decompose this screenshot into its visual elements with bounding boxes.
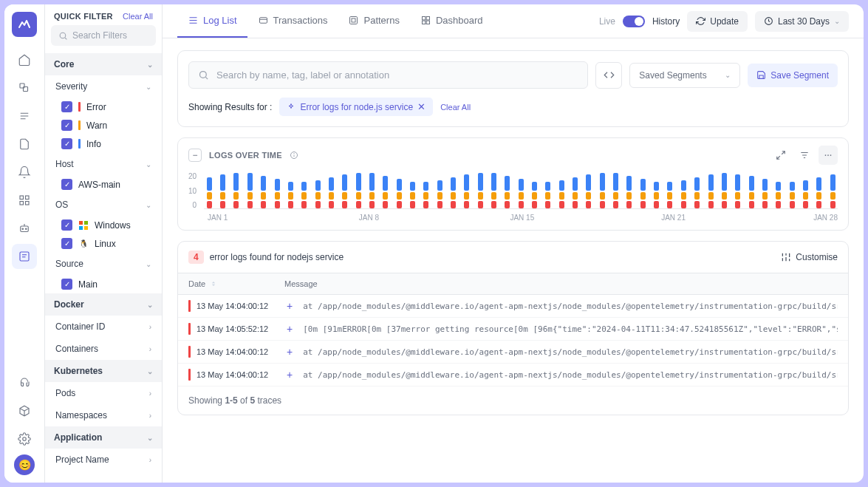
filter-error[interactable]: ✓Error (45, 98, 162, 116)
filter-icon (799, 150, 810, 160)
section-app[interactable]: Application⌄ (45, 426, 162, 449)
svg-point-46 (827, 154, 829, 156)
nav-support-icon[interactable] (12, 370, 37, 395)
docker-cid[interactable]: Container ID› (45, 316, 162, 338)
sort-icon[interactable] (210, 280, 217, 287)
list-icon (188, 15, 199, 26)
filter-search[interactable]: Search Filters (51, 25, 156, 46)
expand-button[interactable] (771, 146, 790, 165)
saved-segments-select[interactable]: Saved Segments⌄ (629, 63, 740, 88)
chevron-right-icon: › (149, 456, 151, 464)
sub-os[interactable]: OS⌄ (45, 194, 162, 216)
svg-rect-21 (79, 226, 83, 230)
severity-bar (188, 300, 191, 312)
tab-dashboard[interactable]: Dashboard (410, 4, 493, 38)
nav-bell-icon[interactable] (12, 160, 37, 185)
live-toggle[interactable] (623, 16, 645, 27)
svg-rect-6 (26, 196, 30, 200)
svg-point-10 (22, 228, 24, 230)
patterns-icon (348, 15, 359, 26)
filter-windows[interactable]: ✓Windows (45, 216, 162, 234)
nav-list-icon[interactable] (12, 103, 37, 129)
search-icon (58, 31, 68, 41)
col-date[interactable]: Date (188, 279, 205, 288)
clear-all-link[interactable]: Clear All (123, 12, 153, 21)
filter-info[interactable]: ✓Info (45, 134, 162, 153)
customize-button[interactable]: Customise (781, 252, 838, 262)
tab-patterns[interactable]: Patterns (338, 4, 409, 38)
nav-package-icon[interactable] (12, 398, 37, 423)
sub-host[interactable]: Host⌄ (45, 153, 162, 175)
nav-settings-icon[interactable] (12, 426, 37, 452)
log-row[interactable]: 13 May 14:04:00:12+at /app/node_modules/… (178, 295, 848, 318)
nav-logs-icon[interactable] (12, 244, 37, 269)
checkbox-icon: ✓ (61, 219, 72, 231)
more-button[interactable] (819, 146, 838, 165)
svg-rect-31 (426, 17, 429, 20)
section-core[interactable]: Core⌄ (45, 53, 162, 75)
expand-row[interactable]: + (287, 369, 293, 381)
severity-indicator (78, 102, 81, 112)
nav-home-icon[interactable] (12, 47, 37, 72)
filter-linux[interactable]: ✓🐧Linux (45, 234, 162, 253)
col-message[interactable]: Message (284, 279, 838, 288)
nav-layers-icon[interactable] (12, 75, 37, 101)
logo (12, 12, 37, 37)
checkbox-icon: ✓ (61, 101, 72, 112)
expand-row[interactable]: + (287, 346, 293, 358)
severity-bar (188, 323, 191, 335)
dashboard-icon (420, 15, 431, 26)
tab-loglist[interactable]: Log List (177, 4, 247, 38)
severity-indicator (78, 139, 81, 149)
main-search[interactable]: Search by name, tag, label or annotation (188, 61, 588, 89)
svg-rect-33 (426, 21, 429, 24)
collapse-button[interactable]: − (188, 149, 202, 162)
chevron-down-icon: ⌄ (834, 17, 840, 25)
tab-transactions[interactable]: Transactions (247, 4, 338, 38)
app-project[interactable]: Project Name› (45, 449, 162, 471)
svg-rect-7 (20, 202, 24, 205)
filter-aws[interactable]: ✓AWS-main (45, 175, 162, 194)
log-summary: error logs found for nodejs service (210, 252, 344, 262)
section-k8s[interactable]: Kubernetes⌄ (45, 360, 162, 382)
update-button[interactable]: Update (687, 11, 748, 32)
filter-panel: QUICK FILTER Clear All Search Filters Co… (45, 4, 163, 483)
sub-source[interactable]: Source⌄ (45, 253, 162, 275)
log-row[interactable]: 13 May 14:05:52:12+[0m [91mERROR[0m [37m… (178, 318, 848, 341)
close-icon[interactable]: ✕ (417, 101, 426, 112)
nav-grid-icon[interactable] (12, 188, 37, 213)
filter-main[interactable]: ✓Main (45, 275, 162, 293)
filter-chip[interactable]: Error logs for node.js service ✕ (279, 98, 433, 116)
code-button[interactable] (595, 62, 622, 89)
search-icon (198, 69, 209, 81)
svg-rect-20 (84, 221, 88, 225)
daterange-button[interactable]: Last 30 Days⌄ (755, 11, 849, 32)
k8s-ns[interactable]: Namespaces› (45, 404, 162, 426)
nav-robot-icon[interactable] (12, 216, 37, 241)
filter-warn[interactable]: ✓Warn (45, 116, 162, 134)
log-date: 13 May 14:04:00:12 (197, 347, 287, 356)
refresh-icon (696, 16, 705, 26)
filter-button[interactable] (795, 146, 814, 165)
section-docker[interactable]: Docker⌄ (45, 293, 162, 316)
docker-containers[interactable]: Containers› (45, 338, 162, 360)
chevron-down-icon: ⌄ (725, 71, 731, 79)
svg-rect-19 (79, 221, 83, 225)
log-row[interactable]: 13 May 14:04:00:12+at /app/node_modules/… (178, 364, 848, 386)
svg-point-47 (830, 154, 832, 156)
svg-line-41 (777, 156, 780, 159)
nav-file-icon[interactable] (12, 132, 37, 157)
k8s-pods[interactable]: Pods› (45, 382, 162, 404)
save-segment-button[interactable]: Save Segment (748, 64, 838, 87)
log-row[interactable]: 13 May 14:04:00:12+at /app/node_modules/… (178, 341, 848, 364)
topbar: Log List Transactions Patterns Dashboard… (163, 4, 864, 38)
info-icon (290, 151, 298, 160)
live-label: Live (599, 16, 615, 27)
expand-row[interactable]: + (287, 323, 293, 335)
expand-row[interactable]: + (287, 300, 293, 312)
clear-results[interactable]: Clear All (440, 103, 471, 112)
sub-severity[interactable]: Severity⌄ (45, 75, 162, 98)
log-date: 13 May 14:04:00:12 (197, 370, 287, 379)
avatar[interactable]: 😊 (14, 454, 35, 475)
svg-point-17 (60, 33, 66, 38)
